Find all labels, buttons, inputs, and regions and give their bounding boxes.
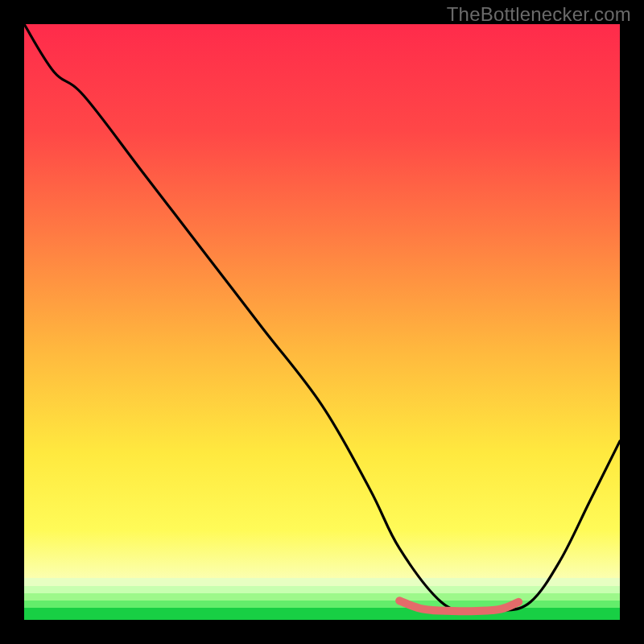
- accent-segment: [399, 601, 518, 611]
- bottleneck-curve: [24, 24, 620, 612]
- root: TheBottlenecker.com: [0, 0, 644, 644]
- watermark-text: TheBottlenecker.com: [447, 3, 631, 26]
- curve-layer: [24, 24, 620, 620]
